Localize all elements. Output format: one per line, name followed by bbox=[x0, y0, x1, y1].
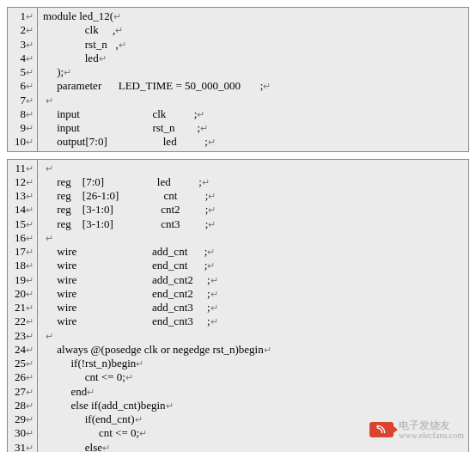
code-line: rst_n ,↵ bbox=[43, 38, 465, 52]
code-line: wire add_cnt3 ;↵ bbox=[43, 301, 465, 315]
code-line: cnt <= 0;↵ bbox=[43, 370, 465, 384]
line-number-gutter: 11↵12↵13↵14↵15↵16↵17↵18↵19↵20↵21↵22↵23↵2… bbox=[8, 160, 38, 453]
code-line: else↵ bbox=[43, 441, 465, 453]
line-number: 16↵ bbox=[13, 231, 34, 245]
line-number: 8↵ bbox=[13, 107, 34, 121]
code-area: ↵ reg [7:0] led ;↵ reg [26-1:0] cnt ;↵ r… bbox=[38, 160, 468, 453]
line-number: 11↵ bbox=[13, 162, 34, 175]
watermark-url: www.elecfans.com bbox=[399, 431, 464, 441]
code-line: reg [26-1:0] cnt ;↵ bbox=[43, 189, 465, 203]
ee-icon bbox=[375, 424, 387, 436]
code-line: wire add_cnt ;↵ bbox=[43, 245, 465, 259]
line-number: 5↵ bbox=[13, 65, 34, 79]
line-number: 7↵ bbox=[13, 94, 34, 107]
watermark-text: 电子发烧友 www.elecfans.com bbox=[399, 420, 464, 440]
code-area: module led_12(↵ clk ,↵ rst_n ,↵ led↵ );↵… bbox=[38, 8, 468, 151]
line-number: 28↵ bbox=[13, 399, 34, 412]
code-line: reg [3-1:0] cnt3 ;↵ bbox=[43, 217, 465, 231]
watermark: 电子发烧友 www.elecfans.com bbox=[369, 420, 464, 440]
code-line: wire end_cnt ;↵ bbox=[43, 259, 465, 272]
code-line: module led_12(↵ bbox=[43, 9, 465, 23]
code-line: ↵ bbox=[43, 329, 465, 343]
code-block: 1↵2↵3↵4↵5↵6↵7↵8↵9↵10↵module led_12(↵ clk… bbox=[7, 7, 469, 152]
watermark-name: 电子发烧友 bbox=[399, 420, 464, 431]
code-line: end↵ bbox=[43, 385, 465, 399]
line-number: 25↵ bbox=[13, 357, 34, 370]
line-number: 23↵ bbox=[13, 329, 34, 343]
code-line: always @(posedge clk or negedge rst_n)be… bbox=[43, 343, 465, 357]
code-line: wire end_cnt2 ;↵ bbox=[43, 287, 465, 301]
line-number: 3↵ bbox=[13, 38, 34, 52]
line-number-gutter: 1↵2↵3↵4↵5↵6↵7↵8↵9↵10↵ bbox=[8, 8, 38, 151]
code-line: output[7:0] led ;↵ bbox=[43, 135, 465, 149]
line-number: 20↵ bbox=[13, 287, 34, 301]
line-number: 6↵ bbox=[13, 79, 34, 93]
line-number: 9↵ bbox=[13, 121, 34, 135]
line-number: 13↵ bbox=[13, 189, 34, 203]
code-line: input rst_n ;↵ bbox=[43, 121, 465, 135]
line-number: 15↵ bbox=[13, 217, 34, 231]
code-line: if(!rst_n)begin↵ bbox=[43, 357, 465, 370]
code-line: reg [3-1:0] cnt2 ;↵ bbox=[43, 203, 465, 217]
code-line: parameter LED_TIME = 50_000_000 ;↵ bbox=[43, 79, 465, 93]
line-number: 1↵ bbox=[13, 9, 34, 23]
line-number: 10↵ bbox=[13, 135, 34, 149]
code-line: wire end_cnt3 ;↵ bbox=[43, 315, 465, 328]
line-number: 19↵ bbox=[13, 273, 34, 287]
line-number: 4↵ bbox=[13, 52, 34, 65]
line-number: 21↵ bbox=[13, 301, 34, 315]
watermark-badge bbox=[369, 422, 394, 437]
line-number: 18↵ bbox=[13, 259, 34, 272]
line-number: 31↵ bbox=[13, 441, 34, 453]
code-line: wire add_cnt2 ;↵ bbox=[43, 273, 465, 287]
code-line: else if(add_cnt)begin↵ bbox=[43, 399, 465, 412]
line-number: 29↵ bbox=[13, 412, 34, 426]
code-line: );↵ bbox=[43, 65, 465, 79]
code-block: 11↵12↵13↵14↵15↵16↵17↵18↵19↵20↵21↵22↵23↵2… bbox=[7, 159, 469, 453]
line-number: 22↵ bbox=[13, 315, 34, 328]
code-line: ↵ bbox=[43, 231, 465, 245]
code-line: clk ,↵ bbox=[43, 23, 465, 37]
line-number: 14↵ bbox=[13, 203, 34, 217]
line-number: 26↵ bbox=[13, 370, 34, 384]
code-line: ↵ bbox=[43, 94, 465, 107]
code-line: led↵ bbox=[43, 52, 465, 65]
code-line: input clk ;↵ bbox=[43, 107, 465, 121]
line-number: 12↵ bbox=[13, 175, 34, 189]
line-number: 27↵ bbox=[13, 385, 34, 399]
line-number: 24↵ bbox=[13, 343, 34, 357]
code-line: reg [7:0] led ;↵ bbox=[43, 175, 465, 189]
line-number: 17↵ bbox=[13, 245, 34, 259]
line-number: 30↵ bbox=[13, 426, 34, 440]
line-number: 2↵ bbox=[13, 23, 34, 37]
code-line: ↵ bbox=[43, 162, 465, 175]
